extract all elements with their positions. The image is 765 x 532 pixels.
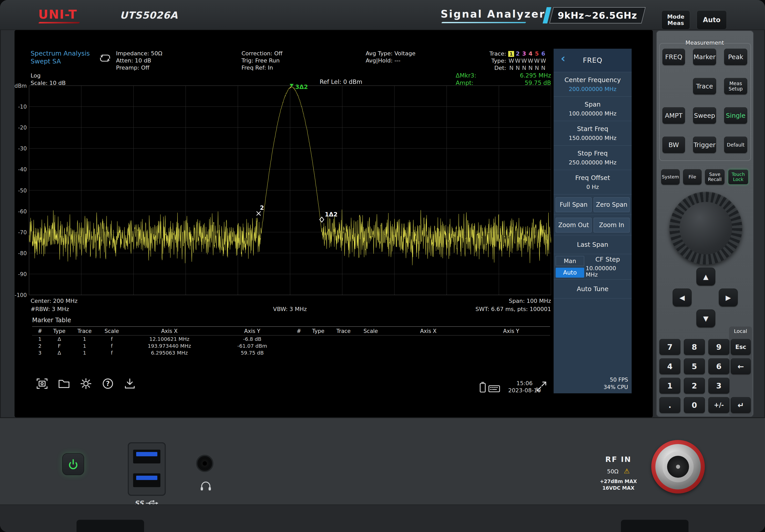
- key-7[interactable]: 7: [659, 339, 680, 355]
- last-span-button[interactable]: Last Span: [554, 235, 632, 254]
- keyboard-icon: [488, 385, 500, 393]
- key-6[interactable]: 6: [708, 358, 729, 374]
- lcd-screen[interactable]: Spectrum Analysis Swept SA Impedance: 50…: [15, 30, 653, 417]
- svg-text:-30: -30: [18, 146, 27, 152]
- trace-number[interactable]: 2: [514, 51, 521, 57]
- performance-readout: 50 FPS 34% CPU: [604, 376, 628, 391]
- zero-span-button[interactable]: Zero Span: [594, 197, 630, 212]
- full-span-button[interactable]: Full Span: [556, 197, 592, 212]
- continuous-sweep-icon[interactable]: [99, 53, 111, 65]
- usb-tongue: [136, 452, 157, 456]
- rotary-knob[interactable]: [669, 192, 742, 265]
- key-2[interactable]: 2: [684, 378, 705, 393]
- usb-tongue: [136, 476, 157, 480]
- det-label: Det:: [488, 65, 506, 71]
- auto-button[interactable]: Auto: [697, 10, 727, 30]
- log-scale-label: Log: [31, 72, 66, 79]
- cf-step-button[interactable]: CF Step 10.000000 MHz: [586, 256, 630, 277]
- menu-item-span[interactable]: Span 100.000000 MHz: [554, 97, 632, 121]
- trace-legend[interactable]: Trace:123456 Type:WWWWWW Det:NNNNNN: [488, 50, 546, 71]
- save-recall-key[interactable]: Save Recall: [705, 169, 724, 185]
- sweep-key[interactable]: Sweep: [693, 107, 716, 124]
- touch-lock-key[interactable]: Touch Lock: [728, 169, 748, 185]
- menu-filler: 50 FPS 34% CPU: [554, 298, 632, 393]
- marker-table-row: 2F1f193.973440 MHz-61.07 dBm: [32, 342, 550, 349]
- backspace-key[interactable]: ←: [731, 358, 751, 374]
- menu-item-freq-offset[interactable]: Freq Offset 0 Hz: [554, 170, 632, 195]
- mode-meas-button[interactable]: Mode Meas: [661, 10, 690, 30]
- fullscreen-icon[interactable]: [535, 380, 548, 394]
- trace-type: W: [521, 58, 527, 64]
- key-5[interactable]: 5: [684, 358, 705, 374]
- key-4[interactable]: 4: [659, 358, 680, 374]
- zoom-buttons-row: Zoom Out Zoom In: [554, 215, 632, 235]
- menu-item-stop-freq[interactable]: Stop Freq 250.000000 MHz: [554, 146, 632, 170]
- back-chevron-icon[interactable]: ‹: [561, 52, 565, 65]
- rf-input-connector[interactable]: [651, 440, 705, 493]
- arrow-right-key[interactable]: ▶: [719, 288, 738, 306]
- peak-key[interactable]: Peak: [724, 49, 747, 65]
- meas-setup-key[interactable]: Meas Setup: [724, 78, 747, 94]
- trigger-key[interactable]: Trigger: [693, 137, 716, 153]
- menu-header[interactable]: ‹ FREQ: [554, 49, 632, 72]
- spectrum-plot[interactable]: dBm-10-20-30-40-50-60-70-80-90-10021Δ23Δ…: [15, 83, 551, 298]
- key-8[interactable]: 8: [684, 339, 705, 355]
- freq-range-text: 9kHz~26.5GHz: [558, 10, 637, 21]
- menu-item-center-frequency[interactable]: Center Frequency 200.000000 MHz: [554, 72, 632, 97]
- default-key[interactable]: Default: [724, 137, 747, 153]
- rf-impedance-label: 50Ω: [607, 468, 618, 475]
- zoom-in-button[interactable]: Zoom In: [594, 218, 630, 233]
- settings-icon[interactable]: [78, 376, 94, 391]
- trace-key[interactable]: Trace: [693, 78, 716, 94]
- key-0[interactable]: 0: [684, 397, 705, 413]
- file-key[interactable]: File: [683, 169, 701, 185]
- key-plus-minus[interactable]: +/-: [708, 397, 729, 413]
- ampt-key[interactable]: AMPT: [662, 107, 685, 124]
- marker-table-row: 1Δ1f12.100621 MHz-6.8 dB: [32, 335, 550, 342]
- menu-item-start-freq[interactable]: Start Freq 150.000000 MHz: [554, 121, 632, 146]
- arrow-down-key[interactable]: ▼: [696, 309, 715, 327]
- rbw-readout: #RBW: 3 MHz: [31, 306, 69, 312]
- avg-settings-group: Avg Type: Voltage Avg|Hold: ---: [366, 50, 415, 64]
- trace-number[interactable]: 3: [521, 51, 527, 57]
- trace-number[interactable]: 4: [527, 51, 534, 57]
- usb-port-2[interactable]: [133, 473, 160, 487]
- trace-swatch[interactable]: 1: [508, 51, 514, 57]
- esc-key[interactable]: Esc: [731, 339, 751, 355]
- trace-number[interactable]: 6: [540, 51, 546, 57]
- key-9[interactable]: 9: [708, 339, 729, 355]
- auto-tune-button[interactable]: Auto Tune: [554, 279, 632, 298]
- marker-cell: 1: [32, 336, 48, 342]
- download-icon[interactable]: [122, 376, 138, 391]
- power-button[interactable]: [62, 453, 84, 475]
- key-3[interactable]: 3: [708, 378, 729, 393]
- usb-port-1[interactable]: [133, 450, 160, 463]
- bw-key[interactable]: BW: [662, 137, 685, 153]
- headphone-jack[interactable]: [196, 455, 214, 472]
- key-dot[interactable]: .: [659, 397, 680, 413]
- cf-step-man-option[interactable]: Man: [556, 256, 584, 266]
- col-num: #: [32, 328, 48, 334]
- marker-key[interactable]: Marker: [693, 49, 716, 65]
- folder-icon[interactable]: [56, 376, 72, 391]
- zoom-out-button[interactable]: Zoom Out: [556, 218, 592, 233]
- atten-readout: Atten: 10 dB: [116, 57, 163, 64]
- arrow-left-key[interactable]: ◀: [673, 288, 692, 306]
- arrow-up-key[interactable]: ▲: [696, 267, 715, 285]
- svg-text:1Δ2: 1Δ2: [325, 211, 338, 218]
- svg-text:-70: -70: [18, 230, 27, 236]
- single-key[interactable]: Single: [724, 107, 747, 124]
- freq-key[interactable]: FREQ: [662, 49, 685, 65]
- analysis-mode-label[interactable]: Spectrum Analysis Swept SA: [31, 49, 90, 65]
- system-key[interactable]: System: [661, 169, 680, 185]
- cf-step-auto-option[interactable]: Auto: [556, 267, 584, 278]
- marker-cell: f: [98, 350, 126, 356]
- analysis-mode-line2: Swept SA: [31, 57, 90, 65]
- screenshot-icon[interactable]: [34, 376, 50, 391]
- key-1[interactable]: 1: [659, 378, 680, 393]
- enter-key[interactable]: ↵: [731, 397, 751, 413]
- help-icon[interactable]: ?: [100, 376, 116, 391]
- trace-number[interactable]: 5: [534, 51, 540, 57]
- marker-table[interactable]: # Type Trace Scale Axis X Axis Y # Type …: [32, 326, 550, 356]
- usb-module: [128, 442, 166, 496]
